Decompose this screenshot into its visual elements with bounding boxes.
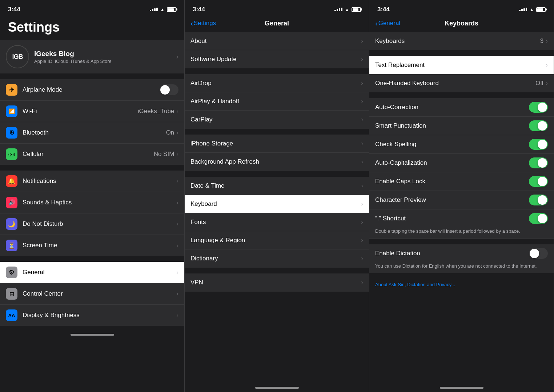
status-bar-panel2: 3:44 ▲ <box>185 0 369 16</box>
donotdisturb-label: Do Not Disturb <box>23 220 176 228</box>
nav-title-panel2: General <box>265 20 289 27</box>
wifi-label: Wi-Fi <box>23 108 138 115</box>
airplane-icon: ✈ <box>6 84 17 96</box>
general-scroll[interactable]: About › Software Update › AirDrop › AirP… <box>185 32 369 385</box>
smartpunctuation-label: Smart Punctuation <box>375 122 529 129</box>
signal-icon <box>150 8 158 11</box>
cellular-icon: ((•)) <box>6 148 17 160</box>
profile-row[interactable]: iGB iGeeks Blog Apple ID, iCloud, iTunes… <box>0 40 184 73</box>
wifi-status-icon-2: ▲ <box>345 7 349 12</box>
language-chevron-icon: › <box>361 237 363 244</box>
settings-item-bluetooth[interactable]: 𝔅 Bluetooth On › <box>0 122 184 144</box>
keyboards-count-group: Keyboards 3 › <box>369 32 554 50</box>
autocorrection-toggle[interactable] <box>529 102 548 113</box>
screentime-label: Screen Time <box>23 242 176 249</box>
dotshortcut-toggle[interactable] <box>529 213 548 224</box>
status-bar-panel3: 3:44 ▲ <box>369 0 554 16</box>
general-panel: 3:44 ▲ ‹ Settings General About › <box>185 0 369 392</box>
dictation-container: Enable Dictation You can use Dictation f… <box>369 244 554 273</box>
kb-toggle-enablecapslock[interactable]: Enable Caps Lock <box>369 172 554 191</box>
list-item-datetime[interactable]: Date & Time › <box>185 177 369 195</box>
checkspelling-toggle[interactable] <box>529 139 548 150</box>
list-item-vpn[interactable]: VPN › <box>185 273 369 292</box>
battery-fill <box>168 8 174 11</box>
autocapitalization-toggle[interactable] <box>529 157 548 168</box>
dot-shortcut-container: “.” Shortcut Double tapping the space ba… <box>369 209 554 239</box>
airplane-toggle[interactable] <box>160 84 178 95</box>
settings-item-controlcenter[interactable]: ⊞ Control Center › <box>0 283 184 305</box>
backgroundrefresh-label: Background App Refresh <box>190 158 361 165</box>
keyboards-scroll[interactable]: Keyboards 3 › Text Replacement › One-Han… <box>369 32 554 385</box>
time-panel2: 3:44 <box>193 6 205 13</box>
settings-item-airplane[interactable]: ✈ Airplane Mode <box>0 79 184 101</box>
status-icons-panel2: ▲ <box>334 7 361 12</box>
kb-toggle-smartpunctuation[interactable]: Smart Punctuation <box>369 117 554 135</box>
page-title: Settings <box>0 16 184 40</box>
time-panel3: 3:44 <box>377 6 390 13</box>
kb-item-onehandedkeyboard[interactable]: One-Handed Keyboard Off › <box>369 74 554 92</box>
textreplacement-chevron-icon: › <box>546 61 548 69</box>
list-item-airdrop[interactable]: AirDrop › <box>185 74 369 92</box>
settings-item-notifications[interactable]: 🔔 Notifications › <box>0 171 184 192</box>
about-chevron-icon: › <box>361 37 363 45</box>
displaybrightness-icon: AA <box>6 309 17 321</box>
back-button-panel3[interactable]: ‹ General <box>375 20 400 27</box>
kb-item-textreplacement[interactable]: Text Replacement › <box>369 56 554 74</box>
datetime-chevron-icon: › <box>361 182 363 189</box>
kb-toggle-enabledictation[interactable]: Enable Dictation <box>369 244 554 263</box>
settings-item-cellular[interactable]: ((•)) Cellular No SIM › <box>0 144 184 165</box>
back-button-panel2[interactable]: ‹ Settings <box>190 20 216 27</box>
kb-toggle-dotshortcut[interactable]: “.” Shortcut <box>369 209 554 228</box>
kb-toggle-autocapitalization[interactable]: Auto-Capitalization <box>369 154 554 172</box>
dictionary-label: Dictionary <box>190 255 361 262</box>
list-item-airplay[interactable]: AirPlay & Handoff › <box>185 92 369 111</box>
carplay-label: CarPlay <box>190 116 361 123</box>
bluetooth-icon: 𝔅 <box>6 127 17 139</box>
list-item-softwareupdate[interactable]: Software Update › <box>185 50 369 68</box>
settings-item-wifi[interactable]: 📶 Wi-Fi iGeeks_Tube › <box>0 101 184 122</box>
backgroundrefresh-chevron-icon: › <box>361 158 363 165</box>
wifi-icon: 📶 <box>6 105 17 117</box>
smartpunctuation-toggle[interactable] <box>529 120 548 131</box>
dictation-desc: You can use Dictation for English when y… <box>375 263 537 269</box>
kb-item-keyboards[interactable]: Keyboards 3 › <box>369 32 554 50</box>
kb-toggle-autocorrection[interactable]: Auto-Correction <box>369 98 554 117</box>
list-item-carplay[interactable]: CarPlay › <box>185 111 369 129</box>
displaybrightness-chevron-icon: › <box>176 312 178 319</box>
kb-toggle-checkspelling[interactable]: Check Spelling <box>369 135 554 154</box>
list-item-keyboard[interactable]: Keyboard › <box>185 195 369 213</box>
status-bar-panel1: 3:44 ▲ <box>0 0 184 16</box>
characterpreview-toggle[interactable] <box>529 195 548 205</box>
time-panel1: 3:44 <box>8 6 20 13</box>
settings-item-general[interactable]: ⚙ General › <box>0 262 184 283</box>
onehanded-group: One-Handed Keyboard Off › <box>369 74 554 92</box>
general-group3: iPhone Storage › Background App Refresh … <box>185 135 369 171</box>
cellular-chevron-icon: › <box>176 151 178 158</box>
enabledictation-toggle[interactable] <box>529 248 548 259</box>
list-item-about[interactable]: About › <box>185 32 369 50</box>
list-item-backgroundrefresh[interactable]: Background App Refresh › <box>185 153 369 171</box>
nav-bar-panel2: ‹ Settings General <box>185 16 369 32</box>
privacy-link[interactable]: About Ask Siri, Dictation and Privacy... <box>369 279 554 290</box>
controlcenter-icon: ⊞ <box>6 288 17 300</box>
textreplacement-label: Text Replacement <box>375 61 546 69</box>
privacy-link-text: About Ask Siri, Dictation and Privacy... <box>375 282 455 287</box>
keyboards-count-chevron-icon: › <box>546 37 548 45</box>
airplay-chevron-icon: › <box>361 98 363 105</box>
home-bar-panel1 <box>0 332 184 339</box>
list-item-dictionary[interactable]: Dictionary › <box>185 249 369 268</box>
kb-toggle-characterpreview[interactable]: Character Preview <box>369 191 554 209</box>
settings-item-displaybrightness[interactable]: AA Display & Brightness › <box>0 305 184 326</box>
list-item-language[interactable]: Language & Region › <box>185 231 369 249</box>
battery-icon-3 <box>536 7 546 12</box>
list-item-fonts[interactable]: Fonts › <box>185 213 369 231</box>
list-item-iphonestorage[interactable]: iPhone Storage › <box>185 135 369 153</box>
back-chevron-icon-3: ‹ <box>375 20 378 27</box>
system-group: ⚙ General › ⊞ Control Center › AA Displa… <box>0 262 184 326</box>
controlcenter-chevron-icon: › <box>176 290 178 297</box>
settings-item-donotdisturb[interactable]: 🌙 Do Not Disturb › <box>0 213 184 235</box>
enablecapslock-toggle[interactable] <box>529 176 548 187</box>
settings-item-sounds[interactable]: 🔊 Sounds & Haptics › <box>0 192 184 213</box>
settings-item-screentime[interactable]: ⏳ Screen Time › <box>0 235 184 256</box>
characterpreview-label: Character Preview <box>375 196 529 204</box>
